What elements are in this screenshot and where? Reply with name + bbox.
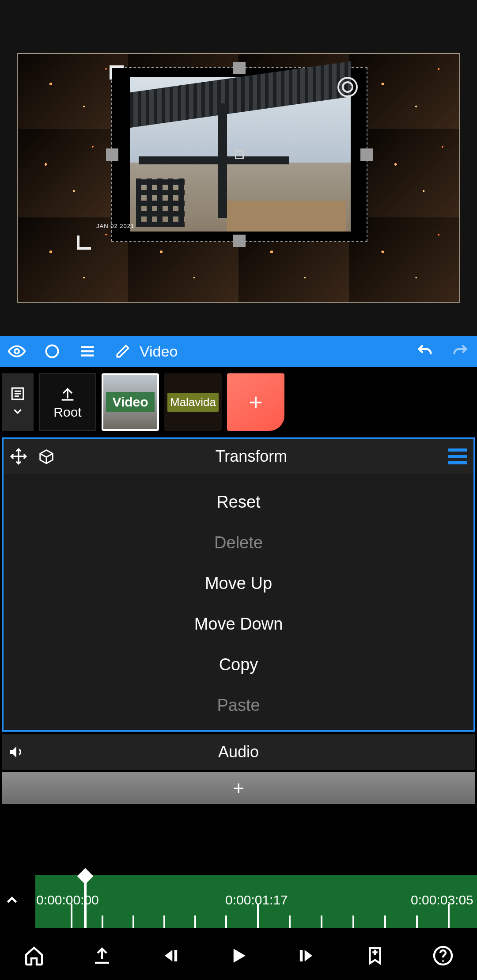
record-icon[interactable]	[43, 342, 61, 360]
root-label: Root	[53, 405, 81, 420]
timecode-2: 0:00:03:05	[411, 893, 473, 908]
menu-icon[interactable]	[79, 342, 96, 360]
transform-title: Transform	[65, 447, 437, 466]
preview-canvas[interactable]: JAN 02 2021	[0, 0, 477, 336]
edit-icon	[114, 342, 132, 360]
panel-menu-icon[interactable]	[448, 448, 467, 464]
crop-corner-tl[interactable]	[110, 65, 127, 83]
svg-point-16	[442, 960, 444, 962]
resize-handle-right[interactable]	[360, 148, 373, 161]
move-icon	[10, 448, 27, 465]
timeline-expand-icon[interactable]	[4, 892, 20, 908]
bottom-nav	[0, 931, 477, 980]
play-button[interactable]	[226, 943, 251, 968]
plus-icon: +	[249, 388, 263, 416]
add-layer-button[interactable]: +	[227, 373, 284, 431]
redo-icon[interactable]	[451, 342, 469, 360]
svg-rect-11	[174, 950, 177, 961]
bookmark-button[interactable]	[363, 943, 387, 968]
timecode-1: 0:00:01:17	[225, 893, 288, 908]
list-box-icon	[10, 386, 25, 401]
svg-point-0	[15, 349, 19, 353]
add-property-button[interactable]: +	[2, 772, 475, 804]
svg-point-1	[46, 346, 58, 357]
center-anchor-handle[interactable]	[235, 150, 244, 159]
audio-title: Audio	[33, 743, 444, 761]
main-toolbar: Video	[0, 336, 477, 367]
help-button[interactable]	[431, 943, 455, 968]
resize-handle-left[interactable]	[106, 148, 118, 161]
menu-paste: Paste	[4, 685, 473, 726]
selected-clip-frame[interactable]	[111, 67, 367, 242]
crop-corner-bl[interactable]	[77, 232, 95, 250]
menu-copy[interactable]: Copy	[4, 644, 473, 685]
menu-reset[interactable]: Reset	[4, 482, 473, 522]
transform-menu: Reset Delete Move Up Move Down Copy Past…	[4, 474, 473, 730]
resize-handle-bottom[interactable]	[233, 235, 246, 247]
layer-malavida-label: Malavida	[167, 393, 219, 412]
transform-panel-header[interactable]: Transform	[4, 439, 473, 474]
timecode-0: 0:00:00:00	[36, 893, 99, 908]
step-back-button[interactable]	[158, 943, 183, 968]
resize-handle-top[interactable]	[233, 62, 246, 74]
layer-video-label: Video	[106, 392, 154, 412]
speaker-icon	[8, 744, 25, 760]
shelf-sidebar[interactable]	[2, 373, 34, 431]
root-node-button[interactable]: Root	[39, 373, 96, 431]
plus-icon: +	[233, 777, 244, 799]
step-forward-button[interactable]	[294, 943, 319, 968]
menu-delete: Delete	[4, 522, 473, 563]
preview-frame[interactable]: JAN 02 2021	[17, 53, 460, 303]
menu-move-down[interactable]: Move Down	[4, 604, 473, 644]
menu-move-up[interactable]: Move Up	[4, 563, 473, 604]
home-button[interactable]	[22, 943, 46, 968]
timeline[interactable]: 0:00:00:00 0:00:01:17 0:00:03:05	[0, 875, 477, 928]
export-button[interactable]	[90, 943, 114, 968]
cube-icon	[38, 448, 55, 465]
svg-rect-12	[300, 950, 303, 961]
layer-malavida-button[interactable]: Malavida	[164, 373, 222, 431]
layer-video-button[interactable]: Video	[102, 373, 159, 431]
audio-panel-header[interactable]: Audio	[2, 734, 475, 770]
undo-icon[interactable]	[416, 342, 434, 360]
chevron-down-icon	[11, 405, 24, 418]
layer-shelf: Root Video Malavida +	[0, 367, 477, 437]
current-edit-label: Video	[140, 343, 178, 360]
transform-panel: Transform Reset Delete Move Up Move Down…	[2, 437, 475, 732]
visibility-icon[interactable]	[8, 342, 26, 360]
clip-watermark: JAN 02 2021	[96, 223, 134, 229]
edit-label-group[interactable]: Video	[114, 342, 178, 360]
upload-icon	[59, 384, 76, 402]
